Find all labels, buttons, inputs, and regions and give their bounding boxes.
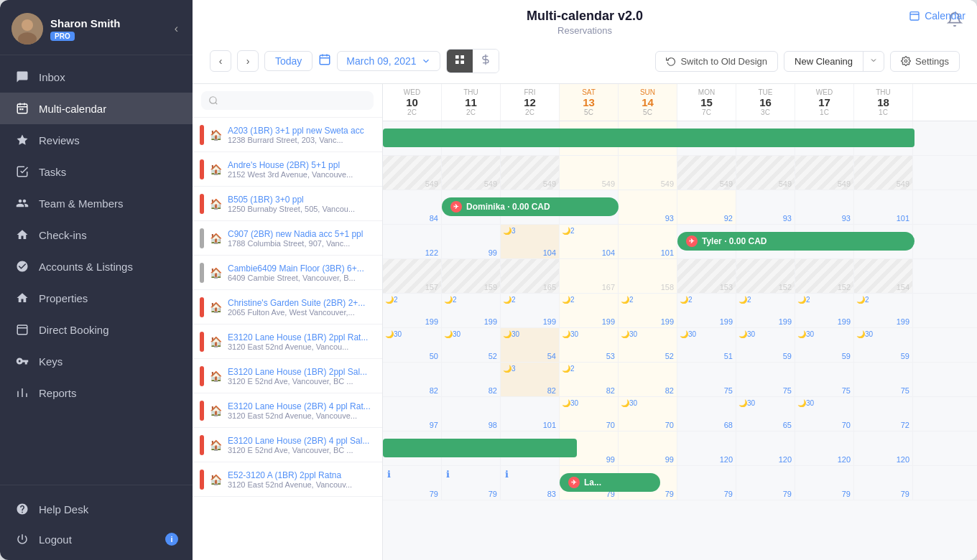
info-icon[interactable]: ℹ [505, 469, 509, 480]
listing-color-indicator [200, 470, 204, 490]
date-cell: 82 [383, 363, 442, 396]
sidebar-item-multi-calendar[interactable]: Multi-calendar [0, 93, 193, 124]
date-cell: 152 [795, 259, 854, 293]
calendar-view-button[interactable]: Calendar [909, 10, 966, 22]
dollar-view-button[interactable] [473, 50, 499, 73]
booking-bar[interactable]: ✈ La... [560, 473, 660, 492]
svg-rect-8 [22, 108, 23, 110]
sidebar-item-inbox[interactable]: Inbox [0, 61, 193, 93]
list-item[interactable]: 🏠 Andre's House (2BR) 5+1 ppl 2152 West … [193, 152, 382, 187]
info-icon[interactable]: ℹ [446, 469, 450, 480]
sidebar-item-reports[interactable]: Reports [0, 377, 193, 409]
settings-button[interactable]: Settings [890, 51, 960, 72]
date-cell: 97 [383, 397, 442, 431]
page-subtitle: Reservations [210, 25, 960, 36]
list-item[interactable]: 🏠 E3120 Lane House (2BR) 4 ppl Sal... 31… [193, 428, 382, 462]
date-cell: 79 [736, 466, 795, 500]
sidebar-item-direct-booking[interactable]: Direct Booking [0, 314, 193, 345]
sidebar-item-label: Multi-calendar [39, 103, 178, 115]
date-cell: 549 [677, 156, 736, 190]
date-picker-button[interactable]: March 09, 2021 [337, 51, 440, 71]
home-icon [14, 290, 30, 306]
table-row: 549 549 549 549 549 549 549 549 549 [383, 156, 977, 190]
sidebar-item-team-members[interactable]: Team & Members [0, 187, 193, 219]
sidebar-item-label: Team & Members [39, 197, 178, 210]
sidebar-item-tasks[interactable]: Tasks [0, 156, 193, 187]
help-icon [14, 501, 30, 517]
list-item[interactable]: 🏠 A203 (1BR) 3+1 ppl new Sweta acc 1238 … [193, 118, 382, 152]
date-cell: 🌙2 199 [383, 294, 442, 327]
pro-badge: PRO [50, 32, 75, 41]
list-item[interactable]: 🏠 B505 (1BR) 3+0 ppl 1250 Burnaby Street… [193, 187, 382, 221]
listing-color-indicator [200, 401, 204, 421]
date-cell: 549 [560, 156, 619, 190]
list-item[interactable]: 🏠 E3120 Lane House (2BR) 4 ppl Rat... 31… [193, 393, 382, 428]
calendar-icon [318, 53, 331, 70]
date-cell: 93 [795, 190, 854, 224]
table-row: 🌙30 50 🌙30 52 🌙30 54 🌙30 53 [383, 328, 977, 363]
date-cell: 167 [560, 259, 619, 293]
sidebar-item-keys[interactable]: Keys [0, 345, 193, 377]
table-row: 84 93 92 93 93 101 ✈ Dominika · 0.00 CAD [383, 190, 977, 225]
date-cell: 98 [442, 397, 501, 431]
date-header-sun14: SUN 14 5C [619, 84, 677, 121]
date-cell: 79 [677, 466, 736, 500]
booking-bar[interactable] [383, 129, 915, 147]
date-cell: 🌙30 50 [383, 328, 442, 362]
svg-rect-19 [455, 60, 459, 64]
new-cleaning-dropdown-button[interactable] [863, 52, 884, 71]
sidebar-item-logout[interactable]: Logout i [0, 524, 193, 554]
listing-color-indicator [200, 228, 204, 248]
switch-design-button[interactable]: Switch to Old Design [655, 51, 778, 72]
date-cell: 82 [619, 363, 677, 396]
new-cleaning-button[interactable]: New Cleaning [784, 52, 863, 71]
date-cell: 84 [383, 190, 442, 224]
search-field[interactable] [201, 91, 374, 110]
sidebar-item-properties[interactable]: Properties [0, 282, 193, 314]
settings-label: Settings [915, 56, 949, 67]
svg-point-22 [904, 60, 907, 62]
today-button[interactable]: Today [264, 51, 312, 71]
booking-bar[interactable]: ✈ Dominika · 0.00 CAD [442, 197, 619, 216]
list-item[interactable]: 🏠 C907 (2BR) new Nadia acc 5+1 ppl 1788 … [193, 221, 382, 256]
list-item[interactable]: 🏠 E52-3120 A (1BR) 2ppl Ratna 3120 East … [193, 462, 382, 497]
booking-bar[interactable]: ✈ Tyler · 0.00 CAD [677, 232, 915, 251]
list-item[interactable]: 🏠 Christine's Garden Suite (2BR) 2+... 2… [193, 290, 382, 325]
list-item[interactable]: 🏠 Cambie6409 Main Floor (3BR) 6+... 6409… [193, 256, 382, 290]
booking-bar[interactable] [383, 439, 577, 457]
info-icon[interactable]: ℹ [387, 469, 391, 480]
sidebar-item-label: Direct Booking [39, 324, 178, 336]
prev-button[interactable]: ‹ [210, 50, 231, 72]
listing-color-indicator [200, 366, 204, 386]
sidebar-item-label: Check-ins [39, 229, 178, 241]
sidebar-item-label: Inbox [39, 71, 178, 83]
date-cell: 152 [736, 259, 795, 293]
sidebar-item-check-ins[interactable]: Check-ins [0, 219, 193, 251]
account-icon [14, 258, 30, 274]
home-icon: 🏠 [210, 233, 222, 244]
grid-view-button[interactable] [447, 50, 473, 73]
booking-icon [14, 322, 30, 337]
list-item[interactable]: 🏠 E3120 Lane House (1BR) 2ppl Rat... 312… [193, 325, 382, 359]
chat-icon [14, 69, 30, 85]
svg-point-1 [22, 19, 33, 31]
date-cell: 🌙30 59 [795, 328, 854, 362]
date-header-mon15: MON 15 7C [677, 84, 736, 121]
date-cell: 154 [854, 259, 913, 293]
sidebar-item-accounts-listings[interactable]: Accounts & Listings [0, 251, 193, 282]
sidebar-item-help-desk[interactable]: Help Desk [0, 494, 193, 524]
sidebar-item-reviews[interactable]: Reviews [0, 124, 193, 156]
svg-rect-7 [19, 108, 21, 110]
date-label: March 09, 2021 [346, 55, 416, 67]
date-cell: 101 [854, 190, 913, 224]
door-icon [14, 227, 30, 243]
svg-rect-9 [17, 325, 27, 335]
date-cell: 🌙3 104 [501, 225, 560, 258]
sidebar-collapse-button[interactable]: ‹ [172, 19, 181, 38]
next-button[interactable]: › [237, 50, 259, 72]
list-item[interactable]: 🏠 E3120 Lane House (1BR) 2ppl Sal... 312… [193, 359, 382, 393]
sidebar-item-label: Reports [39, 387, 178, 399]
home-icon: 🏠 [210, 405, 222, 416]
date-cell: 82 [442, 363, 501, 396]
sidebar-item-label: Reviews [39, 134, 178, 146]
